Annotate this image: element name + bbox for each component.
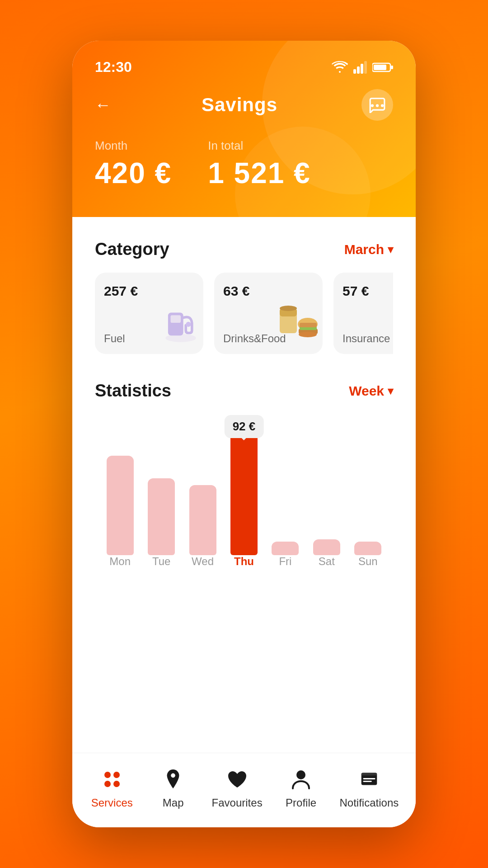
statistics-title: Statistics <box>95 381 171 401</box>
bar-sun <box>354 542 381 555</box>
fuel-icon <box>160 302 201 352</box>
food-amount: 63 € <box>223 283 314 299</box>
bar-label-thu: Thu <box>234 555 254 568</box>
chart-area: MonTueWed92 €ThuFriSatSun <box>95 414 393 568</box>
map-icon <box>160 767 186 792</box>
week-chevron-down-icon: ▾ <box>388 385 393 397</box>
category-card-fuel[interactable]: 257 € Fuel <box>95 273 203 354</box>
status-time: 12:30 <box>95 59 132 75</box>
svg-rect-20 <box>300 323 317 327</box>
main-content: Category March ▾ 257 € Fuel <box>72 217 416 753</box>
bar-thu <box>230 429 258 555</box>
bar-group-fri[interactable]: Fri <box>265 420 306 568</box>
bar-group-wed[interactable]: Wed <box>182 420 223 568</box>
month-label: Month <box>95 139 172 153</box>
statistics-section-header: Statistics Week ▾ <box>95 381 393 401</box>
header-area: 12:30 <box>72 41 416 217</box>
nav-item-services[interactable]: Services <box>89 767 135 809</box>
category-section-header: Category March ▾ <box>95 240 393 259</box>
nav-item-map[interactable]: Map <box>150 767 196 809</box>
fuel-amount: 257 € <box>104 283 194 299</box>
svg-point-26 <box>171 774 175 778</box>
food-icon <box>275 304 320 352</box>
svg-rect-31 <box>363 781 371 782</box>
svg-point-16 <box>280 306 297 311</box>
bar-group-sat[interactable]: Sat <box>306 420 347 568</box>
fuel-name: Fuel <box>104 332 125 345</box>
statistics-filter-button[interactable]: Week ▾ <box>349 383 393 399</box>
category-card-insurance[interactable]: 57 € Insurance <box>333 273 393 354</box>
bar-label-wed: Wed <box>192 555 214 568</box>
svg-point-25 <box>113 781 120 787</box>
bar-label-tue: Tue <box>152 555 170 568</box>
bar-group-thu[interactable]: 92 €Thu <box>223 420 264 568</box>
svg-point-21 <box>299 332 317 337</box>
month-value: 420 € <box>95 156 172 190</box>
services-icon <box>99 767 125 792</box>
bar-group-mon[interactable]: Mon <box>99 420 141 568</box>
svg-point-23 <box>113 772 120 778</box>
category-filter-label: March <box>344 242 384 257</box>
chevron-down-icon: ▾ <box>388 243 393 256</box>
bar-label-sun: Sun <box>358 555 378 568</box>
nav-item-favourites[interactable]: Favourites <box>212 767 263 809</box>
bar-group-sun[interactable]: Sun <box>347 420 389 568</box>
category-card-food[interactable]: 63 € Drinks&Food <box>214 273 323 354</box>
notifications-icon <box>357 767 382 792</box>
svg-point-24 <box>104 781 111 787</box>
bar-tue <box>148 478 175 555</box>
profile-icon <box>288 767 314 792</box>
bar-label-mon: Mon <box>109 555 131 568</box>
statistics-section: Statistics Week ▾ MonTueWed92 €ThuFriSat… <box>95 381 393 753</box>
bar-label-sat: Sat <box>319 555 335 568</box>
notifications-label: Notifications <box>340 797 399 809</box>
insurance-name: Insurance <box>343 332 390 345</box>
profile-label: Profile <box>286 797 316 809</box>
svg-point-22 <box>104 772 111 778</box>
favourites-icon <box>225 767 250 792</box>
phone-card: 12:30 <box>72 41 416 827</box>
bar-label-fri: Fri <box>279 555 291 568</box>
category-title: Category <box>95 240 169 259</box>
svg-point-27 <box>296 770 305 779</box>
back-button[interactable]: ← <box>95 95 117 114</box>
bar-group-tue[interactable]: Tue <box>141 420 182 568</box>
category-filter-button[interactable]: March ▾ <box>344 242 393 257</box>
nav-item-notifications[interactable]: Notifications <box>340 767 399 809</box>
bottom-nav: Services Map Favourites <box>72 753 416 827</box>
svg-point-13 <box>186 322 191 327</box>
map-label: Map <box>163 797 184 809</box>
svg-rect-12 <box>171 315 181 323</box>
nav-item-profile[interactable]: Profile <box>278 767 324 809</box>
svg-rect-30 <box>363 778 375 779</box>
month-stat: Month 420 € <box>95 139 172 190</box>
category-scroll: 257 € Fuel 63 € Drinks&Food <box>95 273 393 359</box>
statistics-filter-label: Week <box>349 383 384 399</box>
bar-sat <box>313 539 340 555</box>
bar-wed <box>189 485 216 555</box>
bar-mon <box>107 456 134 555</box>
bar-fri <box>272 542 299 555</box>
services-label: Services <box>91 797 133 809</box>
insurance-amount: 57 € <box>343 283 393 299</box>
svg-rect-29 <box>361 773 377 776</box>
favourites-label: Favourites <box>212 797 263 809</box>
chart-tooltip: 92 € <box>225 415 264 438</box>
